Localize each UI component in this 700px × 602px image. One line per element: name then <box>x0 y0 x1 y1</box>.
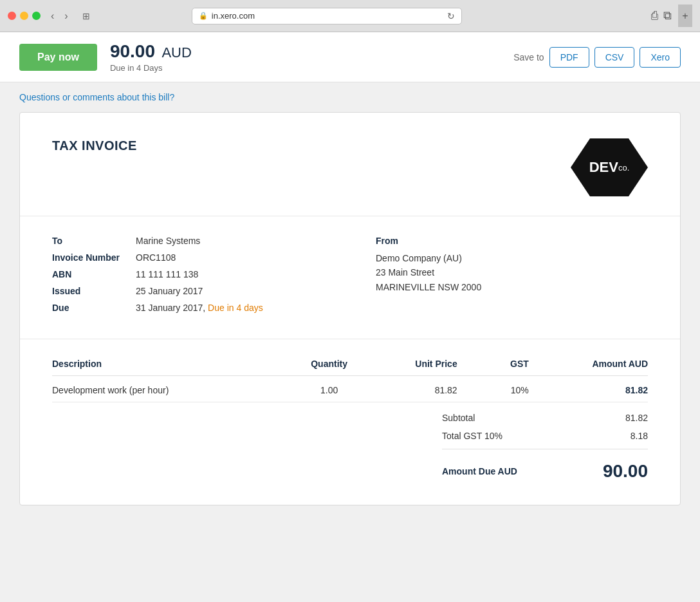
col-header-amount: Amount AUD <box>529 359 648 376</box>
from-address: Demo Company (AU) 23 Main Street MARINEV… <box>376 251 648 294</box>
invoice-number-label: Invoice Number <box>52 252 136 263</box>
details-left: To Marine Systems Invoice Number ORC1108… <box>52 236 324 319</box>
gst-value: 8.18 <box>631 431 648 441</box>
save-label: Save to <box>513 52 544 62</box>
traffic-light-green[interactable] <box>32 12 41 20</box>
detail-row-abn: ABN 11 111 111 138 <box>52 269 324 279</box>
company-logo: DEVco. <box>571 138 648 196</box>
totals-row-gst: Total GST 10% 8.18 <box>442 427 648 445</box>
col-header-quantity: Quantity <box>290 359 367 376</box>
page-content: Pay now 90.00 AUD Due in 4 Days Save to … <box>0 32 700 602</box>
amount-currency: AUD <box>161 44 191 61</box>
col-header-description: Description <box>52 359 290 376</box>
from-address1: 23 Main Street <box>376 265 648 279</box>
traffic-light-red[interactable] <box>8 12 16 20</box>
invoice-number-value: ORC1108 <box>136 252 176 263</box>
browser-actions: ⎙ ⧉ <box>651 9 672 23</box>
amount-due-label: Amount Due AUD <box>442 466 517 476</box>
back-button[interactable]: ‹ <box>47 9 58 23</box>
extend-button[interactable]: + <box>678 5 692 27</box>
amount-section: 90.00 AUD Due in 4 Days <box>110 41 192 73</box>
table-row: Development work (per hour) 1.00 81.82 1… <box>52 376 648 402</box>
pay-now-button[interactable]: Pay now <box>19 44 97 71</box>
totals-row-amount-due: Amount Due AUD 90.00 <box>442 453 648 485</box>
forward-button[interactable]: › <box>60 9 71 23</box>
gst-label: Total GST 10% <box>442 431 502 441</box>
totals-row-subtotal: Subtotal 81.82 <box>442 409 648 427</box>
fullscreen-button[interactable]: ⧉ <box>663 9 672 23</box>
from-address2: MARINEVILLE NSW 2000 <box>376 280 648 294</box>
traffic-light-yellow[interactable] <box>20 12 28 20</box>
from-label: From <box>376 236 648 246</box>
line-items: Description Quantity Unit Price GST Amou… <box>20 339 680 505</box>
refresh-button[interactable]: ↻ <box>447 11 455 21</box>
due-text: Due in 4 Days <box>110 63 192 73</box>
left-section: Pay now 90.00 AUD Due in 4 Days <box>19 41 192 73</box>
issued-label: Issued <box>52 286 136 296</box>
cell-description: Development work (per hour) <box>52 376 290 402</box>
to-value: Marine Systems <box>136 236 200 246</box>
url-text: in.xero.com <box>212 11 255 21</box>
due-date-text: 31 January 2017, <box>136 303 205 313</box>
detail-row-invoice-number: Invoice Number ORC1108 <box>52 252 324 263</box>
abn-value: 11 111 111 138 <box>136 269 198 279</box>
cell-gst: 10% <box>457 376 529 402</box>
cell-unit-price: 81.82 <box>368 376 457 402</box>
nav-buttons: ‹ › <box>47 9 72 23</box>
subtotal-label: Subtotal <box>442 413 475 423</box>
due-in-days-text: Due in 4 days <box>205 303 263 313</box>
invoice-header: TAX INVOICE DEVco. <box>20 113 680 216</box>
cell-amount: 81.82 <box>529 376 648 402</box>
col-header-gst: GST <box>457 359 529 376</box>
col-header-unit-price: Unit Price <box>368 359 457 376</box>
invoice-details: To Marine Systems Invoice Number ORC1108… <box>20 216 680 339</box>
items-table: Description Quantity Unit Price GST Amou… <box>52 359 648 402</box>
top-bar: Pay now 90.00 AUD Due in 4 Days Save to … <box>0 32 700 82</box>
cell-quantity: 1.00 <box>290 376 367 402</box>
totals-table: Subtotal 81.82 Total GST 10% 8.18 Amount… <box>442 409 648 485</box>
logo-co: co. <box>618 163 629 173</box>
detail-row-issued: Issued 25 January 2017 <box>52 286 324 296</box>
invoice-title: TAX INVOICE <box>52 138 137 153</box>
detail-row-to: To Marine Systems <box>52 236 324 246</box>
save-xero-button[interactable]: Xero <box>640 47 681 68</box>
questions-link[interactable]: Questions or comments about this bill? <box>19 92 174 102</box>
traffic-lights <box>8 12 41 20</box>
save-section: Save to PDF CSV Xero <box>513 47 681 68</box>
details-right: From Demo Company (AU) 23 Main Street MA… <box>324 236 648 319</box>
subtotal-value: 81.82 <box>625 413 648 423</box>
sidebar-button[interactable]: ⊞ <box>78 10 94 23</box>
table-header-row: Description Quantity Unit Price GST Amou… <box>52 359 648 376</box>
due-label: Due <box>52 303 136 313</box>
invoice-card: TAX INVOICE DEVco. To Marine Systems Inv… <box>19 112 681 505</box>
share-button[interactable]: ⎙ <box>651 9 658 23</box>
browser-chrome: ‹ › ⊞ 🔒 in.xero.com ↻ ⎙ ⧉ + <box>0 0 700 32</box>
issued-value: 25 January 2017 <box>136 286 203 296</box>
save-pdf-button[interactable]: PDF <box>549 47 589 68</box>
amount-value: 90.00 <box>110 41 155 61</box>
abn-label: ABN <box>52 269 136 279</box>
due-date-value: 31 January 2017, Due in 4 days <box>136 303 263 313</box>
amount-display: 90.00 AUD <box>110 41 192 62</box>
totals-divider <box>442 449 648 449</box>
totals-section: Subtotal 81.82 Total GST 10% 8.18 Amount… <box>52 402 648 485</box>
detail-row-due: Due 31 January 2017, Due in 4 days <box>52 303 324 313</box>
questions-bar: Questions or comments about this bill? <box>0 82 700 112</box>
logo-dev: DEV <box>589 159 618 176</box>
lock-icon: 🔒 <box>199 12 208 20</box>
to-label: To <box>52 236 136 246</box>
amount-due-value: 90.00 <box>603 461 648 482</box>
address-bar: 🔒 in.xero.com ↻ <box>192 8 462 24</box>
from-company: Demo Company (AU) <box>376 251 648 265</box>
save-csv-button[interactable]: CSV <box>594 47 635 68</box>
